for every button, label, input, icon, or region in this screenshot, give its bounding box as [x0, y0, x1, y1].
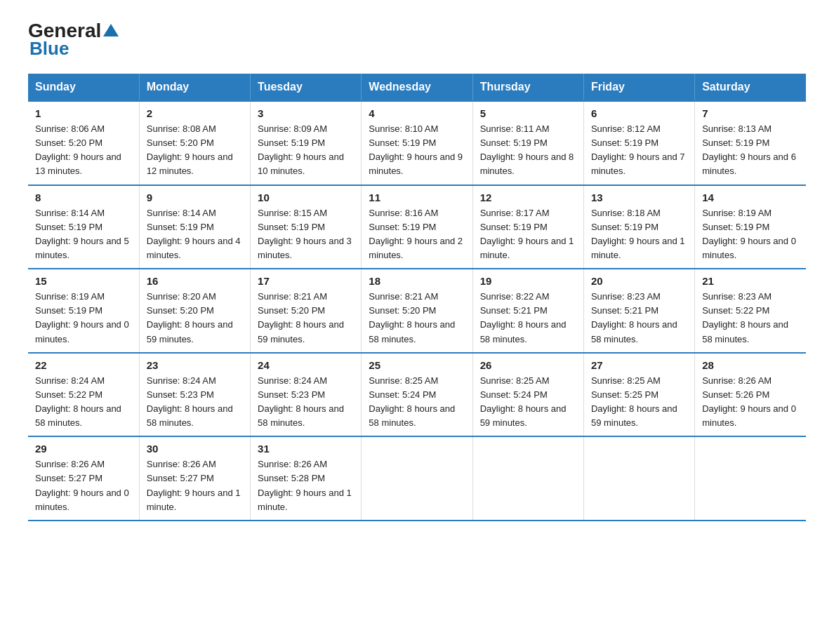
calendar-cell: 23 Sunrise: 8:24 AMSunset: 5:23 PMDaylig… — [139, 353, 250, 437]
day-info: Sunrise: 8:25 AMSunset: 5:25 PMDaylight:… — [591, 375, 677, 428]
day-info: Sunrise: 8:12 AMSunset: 5:19 PMDaylight:… — [591, 123, 685, 176]
weekday-header-monday: Monday — [139, 74, 250, 101]
day-number: 31 — [258, 443, 354, 455]
weekday-header-sunday: Sunday — [28, 74, 139, 101]
day-info: Sunrise: 8:25 AMSunset: 5:24 PMDaylight:… — [480, 375, 567, 428]
day-number: 4 — [369, 107, 465, 119]
day-info: Sunrise: 8:26 AMSunset: 5:26 PMDaylight:… — [702, 375, 796, 428]
day-number: 10 — [258, 192, 354, 203]
day-number: 15 — [35, 275, 132, 287]
day-number: 25 — [369, 359, 465, 371]
calendar-body: 1 Sunrise: 8:06 AMSunset: 5:20 PMDayligh… — [28, 101, 806, 521]
day-info: Sunrise: 8:06 AMSunset: 5:20 PMDaylight:… — [35, 123, 121, 176]
weekday-header-tuesday: Tuesday — [251, 74, 362, 101]
day-number: 26 — [480, 359, 576, 371]
calendar-cell: 15 Sunrise: 8:19 AMSunset: 5:19 PMDaylig… — [28, 269, 139, 353]
calendar-cell: 13 Sunrise: 8:18 AMSunset: 5:19 PMDaylig… — [583, 185, 694, 269]
calendar-cell: 18 Sunrise: 8:21 AMSunset: 5:20 PMDaylig… — [362, 269, 472, 353]
calendar-table: SundayMondayTuesdayWednesdayThursdayFrid… — [28, 74, 806, 521]
day-number: 27 — [591, 359, 687, 371]
week-row-1: 1 Sunrise: 8:06 AMSunset: 5:20 PMDayligh… — [28, 101, 806, 185]
day-info: Sunrise: 8:26 AMSunset: 5:28 PMDaylight:… — [258, 459, 352, 511]
day-info: Sunrise: 8:13 AMSunset: 5:19 PMDaylight:… — [702, 123, 796, 176]
day-number: 5 — [480, 107, 576, 119]
calendar-cell: 21 Sunrise: 8:23 AMSunset: 5:22 PMDaylig… — [695, 269, 806, 353]
calendar-cell: 16 Sunrise: 8:20 AMSunset: 5:20 PMDaylig… — [139, 269, 250, 353]
day-number: 3 — [258, 107, 354, 119]
day-number: 30 — [147, 443, 243, 455]
calendar-cell: 25 Sunrise: 8:25 AMSunset: 5:24 PMDaylig… — [362, 353, 472, 437]
day-number: 17 — [258, 275, 354, 287]
calendar-cell: 11 Sunrise: 8:16 AMSunset: 5:19 PMDaylig… — [362, 185, 472, 269]
week-row-4: 22 Sunrise: 8:24 AMSunset: 5:22 PMDaylig… — [28, 353, 806, 437]
day-number: 1 — [35, 107, 132, 119]
day-number: 24 — [258, 359, 354, 371]
day-number: 6 — [591, 107, 687, 119]
svg-marker-0 — [103, 24, 119, 36]
calendar-cell: 10 Sunrise: 8:15 AMSunset: 5:19 PMDaylig… — [251, 185, 362, 269]
day-number: 11 — [369, 192, 465, 203]
calendar-cell: 12 Sunrise: 8:17 AMSunset: 5:19 PMDaylig… — [472, 185, 583, 269]
day-number: 28 — [702, 359, 799, 371]
logo: General Blue — [28, 21, 119, 60]
weekday-header-thursday: Thursday — [472, 74, 583, 101]
day-number: 2 — [147, 107, 243, 119]
day-number: 22 — [35, 359, 132, 371]
calendar-cell: 24 Sunrise: 8:24 AMSunset: 5:23 PMDaylig… — [251, 353, 362, 437]
day-info: Sunrise: 8:20 AMSunset: 5:20 PMDaylight:… — [147, 291, 233, 344]
page-header: General Blue — [28, 21, 806, 60]
calendar-cell — [583, 436, 694, 521]
day-info: Sunrise: 8:24 AMSunset: 5:22 PMDaylight:… — [35, 375, 121, 428]
day-number: 12 — [480, 192, 576, 203]
calendar-cell: 31 Sunrise: 8:26 AMSunset: 5:28 PMDaylig… — [251, 436, 362, 521]
day-number: 21 — [702, 275, 799, 287]
calendar-cell: 1 Sunrise: 8:06 AMSunset: 5:20 PMDayligh… — [28, 101, 139, 185]
day-info: Sunrise: 8:19 AMSunset: 5:19 PMDaylight:… — [35, 291, 129, 344]
day-info: Sunrise: 8:26 AMSunset: 5:27 PMDaylight:… — [35, 459, 129, 511]
day-number: 14 — [702, 192, 799, 203]
day-info: Sunrise: 8:21 AMSunset: 5:20 PMDaylight:… — [258, 291, 344, 344]
day-info: Sunrise: 8:10 AMSunset: 5:19 PMDaylight:… — [369, 123, 463, 176]
header-row: SundayMondayTuesdayWednesdayThursdayFrid… — [28, 74, 806, 101]
calendar-header: SundayMondayTuesdayWednesdayThursdayFrid… — [28, 74, 806, 101]
day-info: Sunrise: 8:14 AMSunset: 5:19 PMDaylight:… — [35, 208, 129, 260]
day-info: Sunrise: 8:08 AMSunset: 5:20 PMDaylight:… — [147, 123, 233, 176]
calendar-cell — [472, 436, 583, 521]
day-info: Sunrise: 8:26 AMSunset: 5:27 PMDaylight:… — [147, 459, 241, 511]
calendar-cell: 19 Sunrise: 8:22 AMSunset: 5:21 PMDaylig… — [472, 269, 583, 353]
day-info: Sunrise: 8:14 AMSunset: 5:19 PMDaylight:… — [147, 208, 241, 260]
calendar-cell: 8 Sunrise: 8:14 AMSunset: 5:19 PMDayligh… — [28, 185, 139, 269]
calendar-cell: 7 Sunrise: 8:13 AMSunset: 5:19 PMDayligh… — [695, 101, 806, 185]
day-info: Sunrise: 8:22 AMSunset: 5:21 PMDaylight:… — [480, 291, 567, 344]
day-info: Sunrise: 8:17 AMSunset: 5:19 PMDaylight:… — [480, 208, 574, 260]
calendar-cell: 2 Sunrise: 8:08 AMSunset: 5:20 PMDayligh… — [139, 101, 250, 185]
calendar-cell — [695, 436, 806, 521]
calendar-cell: 22 Sunrise: 8:24 AMSunset: 5:22 PMDaylig… — [28, 353, 139, 437]
weekday-header-wednesday: Wednesday — [362, 74, 472, 101]
calendar-cell — [362, 436, 472, 521]
calendar-cell: 5 Sunrise: 8:11 AMSunset: 5:19 PMDayligh… — [472, 101, 583, 185]
logo-blue-text: Blue — [29, 38, 69, 60]
day-info: Sunrise: 8:23 AMSunset: 5:22 PMDaylight:… — [702, 291, 788, 344]
week-row-2: 8 Sunrise: 8:14 AMSunset: 5:19 PMDayligh… — [28, 185, 806, 269]
logo-triangle-icon — [103, 24, 119, 39]
calendar-cell: 6 Sunrise: 8:12 AMSunset: 5:19 PMDayligh… — [583, 101, 694, 185]
calendar-cell: 4 Sunrise: 8:10 AMSunset: 5:19 PMDayligh… — [362, 101, 472, 185]
day-number: 7 — [702, 107, 799, 119]
day-info: Sunrise: 8:24 AMSunset: 5:23 PMDaylight:… — [258, 375, 344, 428]
day-number: 23 — [147, 359, 243, 371]
calendar-cell: 28 Sunrise: 8:26 AMSunset: 5:26 PMDaylig… — [695, 353, 806, 437]
day-info: Sunrise: 8:21 AMSunset: 5:20 PMDaylight:… — [369, 291, 455, 344]
calendar-cell: 17 Sunrise: 8:21 AMSunset: 5:20 PMDaylig… — [251, 269, 362, 353]
day-number: 16 — [147, 275, 243, 287]
calendar-cell: 26 Sunrise: 8:25 AMSunset: 5:24 PMDaylig… — [472, 353, 583, 437]
calendar-cell: 27 Sunrise: 8:25 AMSunset: 5:25 PMDaylig… — [583, 353, 694, 437]
day-info: Sunrise: 8:09 AMSunset: 5:19 PMDaylight:… — [258, 123, 344, 176]
weekday-header-saturday: Saturday — [695, 74, 806, 101]
calendar-cell: 9 Sunrise: 8:14 AMSunset: 5:19 PMDayligh… — [139, 185, 250, 269]
calendar-cell: 3 Sunrise: 8:09 AMSunset: 5:19 PMDayligh… — [251, 101, 362, 185]
week-row-3: 15 Sunrise: 8:19 AMSunset: 5:19 PMDaylig… — [28, 269, 806, 353]
calendar-cell: 29 Sunrise: 8:26 AMSunset: 5:27 PMDaylig… — [28, 436, 139, 521]
week-row-5: 29 Sunrise: 8:26 AMSunset: 5:27 PMDaylig… — [28, 436, 806, 521]
day-number: 18 — [369, 275, 465, 287]
